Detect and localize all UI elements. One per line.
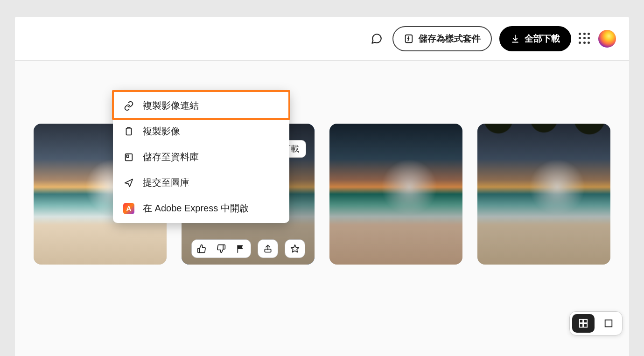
flag-button[interactable] (231, 239, 251, 258)
context-menu: 複製影像連結 複製影像 儲存至資料庫 提交至圖庫 (113, 91, 289, 223)
ctx-item-label: 儲存至資料庫 (143, 151, 199, 163)
svg-rect-5 (126, 155, 129, 157)
svg-rect-6 (580, 320, 583, 323)
content-area: 下載 (15, 61, 629, 356)
ctx-copy-image[interactable]: 複製影像 (113, 119, 289, 144)
thumbnail-3[interactable] (329, 124, 462, 265)
rating-group (191, 239, 251, 258)
app-window: 儲存為樣式套件 全部下載 下載 (15, 17, 629, 356)
ctx-item-label: 在 Adobe Express 中開啟 (143, 202, 249, 215)
thumbs-down-icon (217, 244, 226, 253)
thumbnail-action-row (182, 239, 315, 258)
svg-rect-3 (126, 128, 132, 135)
thumbs-down-button[interactable] (211, 239, 231, 258)
ctx-submit-to-stock[interactable]: 提交至圖庫 (113, 170, 289, 195)
ctx-copy-image-link[interactable]: 複製影像連結 (113, 93, 289, 119)
download-all-button[interactable]: 全部下載 (499, 26, 571, 51)
clipboard-icon (123, 126, 134, 137)
beach-image (477, 124, 610, 265)
grid-icon (578, 318, 588, 328)
topbar: 儲存為樣式套件 全部下載 (15, 17, 629, 61)
link-icon (123, 100, 134, 112)
single-view-button[interactable] (597, 314, 620, 333)
single-icon (603, 318, 614, 328)
star-icon (290, 244, 300, 253)
ctx-save-to-library[interactable]: 儲存至資料庫 (113, 144, 289, 170)
save-style-kit-button[interactable]: 儲存為樣式套件 (392, 26, 492, 51)
grid-view-button[interactable] (572, 314, 595, 333)
favorite-button[interactable] (285, 239, 305, 258)
bolt-icon (404, 34, 414, 44)
foliage-overlay (477, 124, 610, 152)
svg-rect-10 (605, 320, 612, 327)
thumbnail-4[interactable] (477, 124, 610, 265)
adobe-express-icon: A (123, 203, 134, 214)
ctx-item-label: 複製影像連結 (143, 99, 199, 112)
svg-rect-9 (584, 324, 587, 327)
thumbs-up-button[interactable] (192, 239, 211, 258)
share-button[interactable] (258, 239, 278, 258)
apps-grid-button[interactable] (579, 33, 591, 45)
save-style-kit-label: 儲存為樣式套件 (419, 33, 481, 45)
share-icon (263, 244, 273, 253)
download-icon (511, 34, 520, 43)
library-icon (123, 152, 134, 163)
thumbs-up-icon (197, 244, 206, 253)
flag-icon (236, 244, 245, 253)
download-all-label: 全部下載 (525, 33, 560, 45)
view-toggle (569, 311, 623, 335)
ctx-open-in-express[interactable]: A 在 Adobe Express 中開啟 (113, 195, 289, 221)
svg-rect-7 (584, 320, 587, 323)
send-icon (123, 177, 134, 188)
ctx-item-label: 複製影像 (143, 125, 180, 138)
beach-image (329, 124, 462, 265)
feedback-button[interactable] (368, 30, 385, 47)
svg-rect-8 (580, 324, 583, 327)
svg-marker-2 (291, 245, 299, 252)
avatar[interactable] (598, 30, 616, 48)
ctx-item-label: 提交至圖庫 (143, 176, 189, 189)
